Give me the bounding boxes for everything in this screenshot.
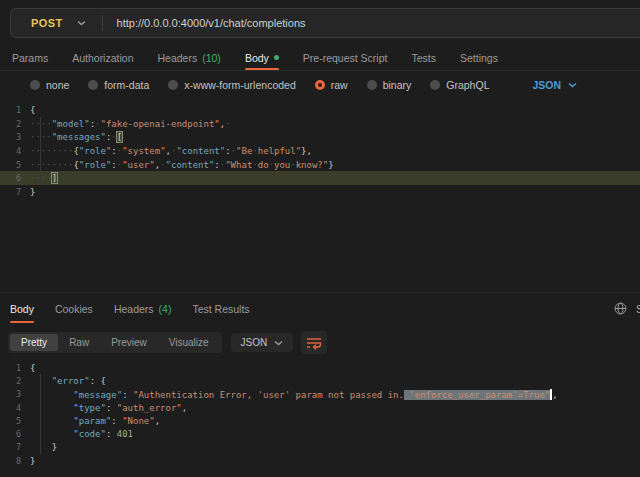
- tab-label: Params: [12, 52, 48, 64]
- tab-label: Authorization: [72, 52, 133, 64]
- indent-guide: [40, 374, 41, 454]
- response-tabs: BodyCookiesHeaders(4)Test Results: [10, 294, 250, 323]
- code-token: "user": [122, 160, 155, 170]
- code-token: 401: [117, 429, 133, 439]
- code-token: ,: [155, 416, 160, 426]
- body-type-binary[interactable]: binary: [367, 79, 412, 91]
- code-token: "content": [166, 160, 215, 170]
- code-token: "model": [52, 119, 90, 129]
- whitespace-dot: ·: [290, 160, 295, 170]
- code-token: :·: [214, 160, 225, 170]
- code-line[interactable]: 7}: [0, 185, 640, 199]
- code-line[interactable]: 4 "type": "auth_error",: [0, 401, 640, 414]
- line-number: 1: [0, 363, 30, 373]
- line-number: 4: [0, 146, 30, 156]
- body-type-form-data[interactable]: form-data: [88, 79, 149, 91]
- code-token: :: [106, 429, 117, 439]
- tab-label: Pre-request Script: [303, 52, 388, 64]
- code-line[interactable]: 4········{"role":·"system",·"content":·"…: [0, 144, 640, 158]
- code-line[interactable]: 3····"messages":·[: [0, 130, 640, 144]
- body-type-bar: noneform-datax-www-form-urlencodedrawbin…: [0, 71, 640, 99]
- tab-body[interactable]: Body: [245, 45, 279, 70]
- code-token: {: [30, 363, 35, 373]
- code-token: ········: [30, 160, 73, 170]
- tab-headers[interactable]: Headers(4): [114, 294, 172, 323]
- tab-pre-request-script[interactable]: Pre-request Script: [303, 45, 388, 70]
- code-line[interactable]: 6 "code": 401: [0, 427, 640, 440]
- code-line[interactable]: 3 "message": "Authentication Error, 'use…: [0, 388, 640, 401]
- code-content: {: [30, 363, 35, 373]
- code-token: }: [328, 160, 333, 170]
- line-number: 2: [0, 119, 30, 129]
- view-visualize[interactable]: Visualize: [158, 334, 220, 351]
- code-token: :·: [90, 119, 101, 129]
- view-preview[interactable]: Preview: [100, 334, 158, 351]
- section-divider: [0, 292, 640, 293]
- code-token: "role": [79, 146, 112, 156]
- code-token: : {: [90, 376, 106, 386]
- method-dropdown[interactable]: POST: [11, 9, 102, 37]
- code-token: [30, 416, 73, 426]
- code-token: ,·: [166, 146, 177, 156]
- response-view-toggle: PrettyRawPreviewVisualize: [8, 332, 222, 353]
- url-input[interactable]: http://0.0.0.0:4000/v1/chat/completions: [117, 17, 306, 29]
- body-language-dropdown[interactable]: JSON: [532, 79, 577, 91]
- body-type-label: GraphQL: [446, 79, 489, 91]
- tab-label: Settings: [460, 52, 498, 64]
- radio-icon: [88, 80, 98, 90]
- code-token: ,·: [155, 160, 166, 170]
- whitespace-dot: ·: [225, 119, 230, 129]
- tab-tests[interactable]: Tests: [411, 45, 436, 70]
- tab-settings[interactable]: Settings: [460, 45, 498, 70]
- code-line[interactable]: 6····]: [0, 171, 640, 185]
- tab-label: Headers: [157, 52, 197, 64]
- request-body-editor[interactable]: 1{2····"model":·"fake-openai-endpoint",·…: [0, 99, 640, 292]
- code-line[interactable]: 1{: [0, 361, 640, 374]
- body-type-x-www-form-urlencoded[interactable]: x-www-form-urlencoded: [168, 79, 295, 91]
- tab-label: Cookies: [55, 303, 93, 315]
- response-header: BodyCookiesHeaders(4)Test Results St: [0, 294, 640, 323]
- view-pretty[interactable]: Pretty: [10, 334, 58, 351]
- code-line[interactable]: 5········{"role":·"user",·"content":·"Wh…: [0, 158, 640, 172]
- code-token: "role": [79, 160, 112, 170]
- code-token: "fake-openai-endpoint": [100, 119, 219, 129]
- code-token: ,: [182, 403, 187, 413]
- code-content: ····"model":·"fake-openai-endpoint",·: [30, 119, 231, 129]
- line-number: 6: [0, 173, 30, 183]
- tab-test-results[interactable]: Test Results: [192, 294, 249, 323]
- code-token: :: [106, 403, 117, 413]
- tab-cookies[interactable]: Cookies: [55, 294, 93, 323]
- body-type-label: binary: [383, 79, 412, 91]
- code-line[interactable]: 8}: [0, 454, 640, 467]
- tab-body[interactable]: Body: [10, 294, 34, 323]
- view-raw[interactable]: Raw: [58, 334, 100, 351]
- line-number: 7: [0, 187, 30, 197]
- code-line[interactable]: 7 }: [0, 441, 640, 454]
- body-type-label: x-www-form-urlencoded: [184, 79, 295, 91]
- code-content: ····]: [30, 173, 57, 183]
- body-type-label: raw: [331, 79, 348, 91]
- code-line[interactable]: 1{: [0, 103, 640, 117]
- tab-authorization[interactable]: Authorization: [72, 45, 133, 70]
- code-token: "messages": [52, 132, 106, 142]
- tab-headers[interactable]: Headers(10): [157, 45, 220, 70]
- code-content: }: [30, 187, 35, 197]
- code-token: "type": [73, 403, 106, 413]
- body-type-graphql[interactable]: GraphQL: [430, 79, 489, 91]
- code-content: {: [30, 105, 35, 115]
- code-token: ,: [552, 390, 557, 400]
- code-line[interactable]: 5 "param": "None",: [0, 414, 640, 427]
- code-token: [30, 390, 73, 400]
- wrap-lines-button[interactable]: [301, 331, 327, 354]
- request-url-bar: POST http://0.0.0.0:4000/v1/chat/complet…: [10, 8, 640, 38]
- globe-icon[interactable]: [614, 302, 627, 315]
- code-content: "param": "None",: [30, 416, 160, 426]
- line-number: 5: [0, 160, 30, 170]
- code-line[interactable]: 2 "error": {: [0, 374, 640, 387]
- response-language-dropdown[interactable]: JSON: [231, 333, 294, 352]
- code-line[interactable]: 2····"model":·"fake-openai-endpoint",·: [0, 117, 640, 131]
- body-type-none[interactable]: none: [30, 79, 69, 91]
- body-type-raw[interactable]: raw: [315, 79, 348, 91]
- tab-params[interactable]: Params: [12, 45, 48, 70]
- response-body-editor[interactable]: 1{2 "error": {3 "message": "Authenticati…: [0, 357, 640, 477]
